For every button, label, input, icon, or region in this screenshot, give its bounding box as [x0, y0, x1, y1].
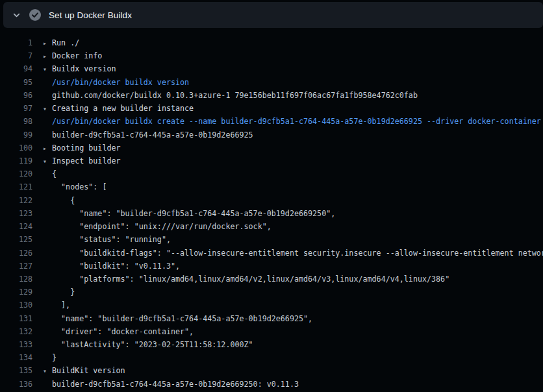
log-group-expanded[interactable]: 97 ▾Creating a new builder instance: [0, 102, 543, 115]
line-text: Booting builder: [52, 143, 121, 153]
log-line: 136 builder-d9cfb5a1-c764-445a-a57e-0b19…: [0, 378, 543, 391]
log-line: 120 {: [0, 167, 543, 180]
line-text: "status": "running",: [52, 235, 171, 244]
step-header[interactable]: Set up Docker Buildx: [3, 2, 543, 28]
line-text: "buildkit": "v0.11.3",: [52, 262, 180, 271]
log-group-collapsed[interactable]: 7 ▸Docker info: [0, 49, 543, 62]
line-text: builder-d9cfb5a1-c764-445a-a57e-0b19d2e6…: [52, 380, 299, 389]
log-group-expanded[interactable]: 94 ▾Buildx version: [0, 62, 543, 75]
log-line: 128 "platforms": "linux/amd64,linux/amd6…: [0, 273, 543, 286]
line-number[interactable]: 126: [0, 247, 32, 260]
line-number[interactable]: 99: [0, 129, 32, 141]
log-lines: 1 ▸Run ./ 7 ▸Docker info 94 ▾Buildx vers…: [0, 36, 543, 391]
expanded-arrow-icon: ▾: [43, 103, 52, 115]
log-line: 130 ],: [0, 299, 543, 312]
line-text: "name": "builder-d9cfb5a1-c764-445a-a57e…: [52, 314, 312, 323]
line-text: "platforms": "linux/amd64,linux/amd64/v2…: [52, 275, 449, 284]
line-number[interactable]: 128: [0, 273, 32, 286]
line-number[interactable]: 135: [0, 364, 32, 377]
line-number[interactable]: 119: [0, 154, 32, 167]
line-number[interactable]: 120: [0, 167, 32, 180]
log-line: 129 }: [0, 286, 543, 299]
line-text: /usr/bin/docker buildx version: [52, 78, 189, 87]
line-number[interactable]: 134: [0, 351, 32, 364]
line-number[interactable]: 133: [0, 338, 32, 351]
line-number[interactable]: 131: [0, 312, 32, 325]
log-line: 132 "driver": "docker-container",: [0, 325, 543, 338]
line-number[interactable]: 98: [0, 115, 32, 128]
line-text: Creating a new builder instance: [52, 104, 194, 113]
line-number[interactable]: 129: [0, 286, 32, 299]
line-number[interactable]: 123: [0, 207, 32, 220]
log-line: 122 {: [0, 194, 543, 207]
line-text: {: [52, 196, 75, 205]
line-text: /usr/bin/docker buildx create --name bui…: [52, 117, 541, 126]
log-line: 133 "lastActivity": "2023-02-25T11:58:12…: [0, 338, 543, 351]
line-text: "buildkitd-flags": "--allow-insecure-ent…: [52, 249, 543, 258]
log-line: 124 "endpoint": "unix:///var/run/docker.…: [0, 220, 543, 233]
line-text: "name": "builder-d9cfb5a1-c764-445a-a57e…: [52, 209, 335, 218]
expanded-arrow-icon: ▾: [43, 365, 52, 377]
log-line: 99 builder-d9cfb5a1-c764-445a-a57e-0b19d…: [0, 129, 543, 141]
log-group-expanded[interactable]: 135 ▾BuildKit version: [0, 364, 543, 377]
log-group-collapsed[interactable]: 1 ▸Run ./: [0, 36, 543, 49]
line-text: Docker info: [52, 51, 102, 60]
line-text: Run ./: [52, 38, 79, 47]
line-text: "nodes": [: [52, 182, 107, 191]
log-line: 98 /usr/bin/docker buildx create --name …: [0, 115, 543, 128]
line-text: ],: [52, 300, 70, 310]
line-number[interactable]: 100: [0, 141, 32, 154]
log-line: 125 "status": "running",: [0, 233, 543, 246]
line-number[interactable]: 7: [0, 49, 32, 62]
log-line: 127 "buildkit": "v0.11.3",: [0, 260, 543, 273]
expanded-arrow-icon: ▾: [43, 63, 52, 75]
line-text: builder-d9cfb5a1-c764-445a-a57e-0b19d2e6…: [52, 130, 253, 140]
expanded-arrow-icon: ▾: [43, 155, 52, 167]
line-number[interactable]: 121: [0, 180, 32, 193]
line-text: BuildKit version: [52, 366, 125, 375]
chevron-down-icon[interactable]: [12, 11, 21, 19]
collapsed-arrow-icon: ▸: [43, 142, 52, 154]
line-number[interactable]: 124: [0, 220, 32, 233]
line-number[interactable]: 125: [0, 233, 32, 246]
line-number[interactable]: 132: [0, 325, 32, 338]
log-line: 95 /usr/bin/docker buildx version: [0, 76, 543, 89]
line-number[interactable]: 95: [0, 76, 32, 89]
collapsed-arrow-icon: ▸: [43, 37, 52, 49]
log-group-expanded[interactable]: 119 ▾Inspect builder: [0, 154, 543, 167]
step-title: Set up Docker Buildx: [49, 10, 132, 20]
check-circle-icon: [29, 9, 41, 21]
line-number[interactable]: 127: [0, 260, 32, 273]
line-text: "lastActivity": "2023-02-25T11:58:12.000…: [52, 340, 253, 349]
log-line: 123 "name": "builder-d9cfb5a1-c764-445a-…: [0, 207, 543, 220]
log-line: 131 "name": "builder-d9cfb5a1-c764-445a-…: [0, 312, 543, 325]
line-text: }: [52, 353, 57, 362]
line-number[interactable]: 1: [0, 36, 32, 49]
line-number[interactable]: 136: [0, 378, 32, 391]
log-line: 121 "nodes": [: [0, 180, 543, 193]
line-text: }: [52, 288, 75, 297]
line-text: Inspect builder: [52, 156, 121, 165]
collapsed-arrow-icon: ▸: [43, 50, 52, 62]
log-line: 96 github.com/docker/buildx 0.10.3+azure…: [0, 89, 543, 102]
line-number[interactable]: 122: [0, 194, 32, 207]
line-text: github.com/docker/buildx 0.10.3+azure-1 …: [52, 91, 418, 100]
line-text: Buildx version: [52, 64, 116, 73]
line-number[interactable]: 130: [0, 299, 32, 312]
line-text: {: [52, 169, 57, 178]
line-number[interactable]: 94: [0, 62, 32, 75]
log-group-collapsed[interactable]: 100 ▸Booting builder: [0, 141, 543, 154]
log-line: 126 "buildkitd-flags": "--allow-insecure…: [0, 247, 543, 260]
line-number[interactable]: 97: [0, 102, 32, 115]
line-text: "driver": "docker-container",: [52, 327, 194, 336]
line-number[interactable]: 96: [0, 89, 32, 102]
line-text: "endpoint": "unix:///var/run/docker.sock…: [52, 222, 272, 231]
log-line: 134 }: [0, 351, 543, 364]
